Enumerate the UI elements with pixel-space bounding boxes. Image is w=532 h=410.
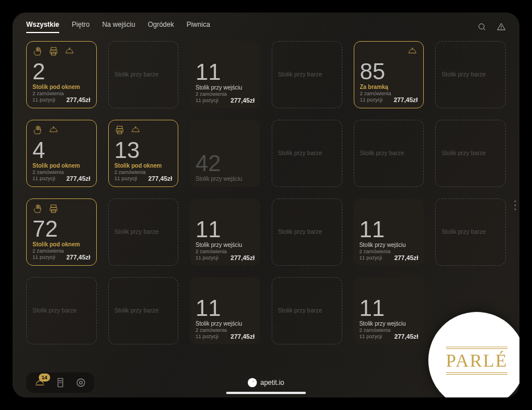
- brand-text: apetit.io: [260, 379, 284, 387]
- tab-ogródek[interactable]: Ogródek: [148, 21, 174, 33]
- table-number: 11: [359, 297, 419, 319]
- table-name: Stolik przy barze: [114, 71, 173, 79]
- table-items-count: 11 pozycji: [195, 98, 227, 104]
- table-name: Stolik przy barze: [278, 71, 336, 79]
- table-orders-count: 2 zamówienia: [114, 169, 146, 176]
- table-card[interactable]: 4Stolik pod oknem2 zamówienia11 pozycji2…: [26, 120, 97, 187]
- table-card[interactable]: 72Stolik pod oknem2 zamówienia11 pozycji…: [26, 198, 97, 266]
- tab-wszystkie[interactable]: Wszystkie: [26, 21, 59, 33]
- home-indicator: [226, 392, 306, 394]
- table-number: 11: [195, 218, 255, 241]
- table-items-count: 11 pozycji: [359, 255, 391, 261]
- table-orders-count: 2 zamówienia: [195, 327, 227, 334]
- table-card[interactable]: Stolik przy barze: [354, 120, 424, 187]
- table-orders-count: 2 zamówienia: [32, 91, 64, 97]
- table-card[interactable]: 42Stolik przy wejściu: [190, 120, 260, 187]
- table-total: 277,45zł: [148, 175, 172, 182]
- cloche-icon: [48, 125, 59, 135]
- table-number: 13: [114, 139, 173, 161]
- table-items-count: 11 pozycji: [32, 97, 64, 103]
- table-number: 11: [359, 218, 419, 241]
- table-card[interactable]: Stolik przy barze: [272, 277, 342, 344]
- table-total: 277,45zł: [394, 333, 418, 340]
- app-screen: WszystkiePiętroNa wejściuOgródekPiwnica …: [13, 13, 519, 397]
- bottom-actions: 14: [26, 372, 95, 393]
- orders-badge: 14: [39, 374, 50, 381]
- printer-icon: [48, 204, 59, 214]
- table-name: Stolik przy barze: [278, 307, 336, 315]
- table-orders-count: 2 zamówienia: [32, 248, 64, 254]
- table-card[interactable]: 85Za bramką2 zamówienia11 pozycji277,45z…: [354, 41, 424, 108]
- table-total: 277,45zł: [66, 175, 90, 182]
- table-card[interactable]: 13Stolik pod oknem2 zamówienia11 pozycji…: [108, 120, 179, 187]
- table-card[interactable]: Stolik przy barze: [108, 277, 179, 344]
- table-card[interactable]: 11Stolik przy wejściu2 zamówienia11 pozy…: [354, 198, 424, 266]
- table-items-count: 11 pozycji: [359, 334, 391, 340]
- table-name: Stolik pod oknem: [32, 84, 91, 91]
- table-name: Stolik przy wejściu: [195, 84, 255, 91]
- table-name: Stolik przy barze: [441, 228, 500, 237]
- table-total: 277,45zł: [66, 254, 90, 261]
- svg-point-24: [77, 379, 84, 386]
- table-name: Stolik przy barze: [441, 149, 500, 158]
- table-card[interactable]: Stolik przy barze: [435, 120, 506, 187]
- svg-point-8: [69, 48, 70, 49]
- table-name: Stolik przy barze: [278, 149, 336, 158]
- alert-icon[interactable]: [497, 22, 506, 31]
- table-items-count: 11 pozycji: [32, 176, 64, 182]
- cloche-icon: [407, 46, 418, 56]
- table-number: 4: [32, 139, 91, 161]
- table-total: 277,45zł: [66, 96, 90, 103]
- tab-piwnica[interactable]: Piwnica: [186, 21, 210, 33]
- table-card[interactable]: 11Stolik przy wejściu2 zamówienia11 pozy…: [354, 277, 424, 344]
- table-card[interactable]: Stolik przy barze: [435, 198, 506, 266]
- table-name: Stolik pod oknem: [32, 241, 91, 248]
- table-items-count: 11 pozycji: [360, 97, 391, 103]
- svg-rect-4: [51, 47, 56, 50]
- table-orders-count: 2 zamówienia: [32, 169, 64, 176]
- top-right-icons: [477, 22, 506, 31]
- tab-piętro[interactable]: Piętro: [72, 21, 89, 33]
- printer-icon: [114, 125, 125, 135]
- table-number: 85: [360, 60, 418, 83]
- table-total: 277,45zł: [231, 254, 255, 261]
- table-total: 277,45zł: [394, 96, 418, 103]
- table-name: Stolik przy barze: [32, 307, 91, 315]
- table-card[interactable]: 11Stolik przy wejściu2 zamówienia11 pozy…: [190, 277, 260, 344]
- orders-icon[interactable]: 14: [34, 377, 46, 388]
- table-card[interactable]: Stolik przy barze: [108, 198, 179, 266]
- table-card[interactable]: Stolik przy barze: [26, 277, 97, 344]
- table-card[interactable]: Stolik przy barze: [108, 41, 179, 108]
- svg-point-0: [479, 24, 484, 29]
- table-card[interactable]: 11Stolik przy wejściu2 zamówienia11 pozy…: [190, 41, 260, 108]
- tables-grid: 2Stolik pod oknem2 zamówienia11 pozycji2…: [13, 35, 519, 370]
- table-card[interactable]: 11Stolik przy wejściu2 zamówienia11 pozy…: [190, 198, 260, 266]
- svg-line-1: [484, 29, 485, 30]
- table-total: 277,45zł: [394, 254, 418, 261]
- table-orders-count: 2 zamówienia: [359, 249, 391, 255]
- hand-icon: [32, 46, 43, 56]
- table-card[interactable]: Stolik przy barze: [272, 198, 342, 266]
- tab-na-wejściu[interactable]: Na wejściu: [102, 21, 135, 33]
- svg-point-10: [412, 48, 414, 49]
- table-number: 42: [195, 152, 255, 174]
- brand-logo: apetit.io: [248, 378, 284, 387]
- table-card[interactable]: Stolik przy barze: [435, 41, 506, 108]
- table-items-count: 11 pozycji: [195, 255, 227, 261]
- table-items-count: 11 pozycji: [114, 176, 146, 182]
- table-number: 2: [32, 60, 91, 83]
- table-number: 11: [195, 297, 255, 319]
- parle-text: PARLÉ: [446, 348, 508, 373]
- table-card[interactable]: Stolik przy barze: [272, 41, 342, 108]
- table-card[interactable]: 2Stolik pod oknem2 zamówienia11 pozycji2…: [26, 41, 97, 108]
- settings-icon[interactable]: [75, 377, 87, 388]
- receipt-icon[interactable]: [55, 377, 66, 388]
- table-name: Stolik przy wejściu: [195, 242, 255, 249]
- table-total: 277,45zł: [231, 333, 255, 340]
- search-icon[interactable]: [477, 22, 486, 31]
- table-name: Stolik przy barze: [278, 228, 336, 237]
- table-items-count: 11 pozycji: [32, 254, 64, 261]
- cloche-icon: [130, 125, 141, 135]
- table-card[interactable]: Stolik przy barze: [272, 120, 342, 187]
- table-name: Za bramką: [360, 84, 418, 91]
